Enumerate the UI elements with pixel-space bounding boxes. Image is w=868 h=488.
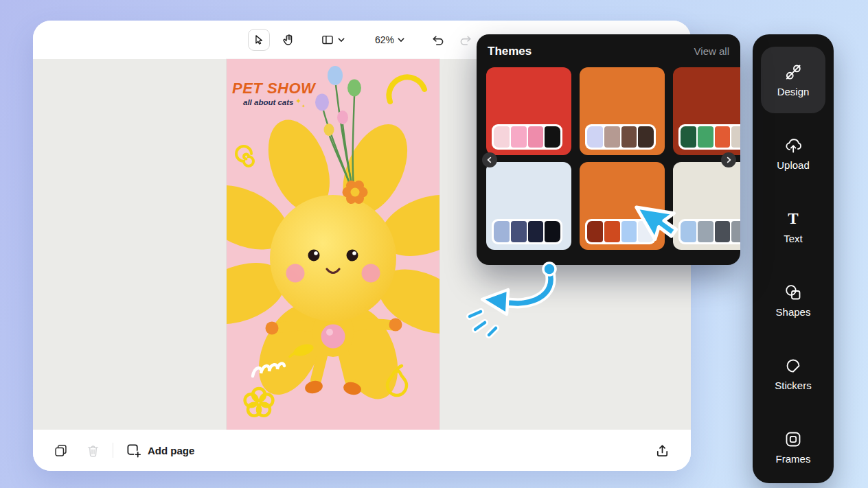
theme-palette (678, 219, 740, 244)
palette-swatch (698, 126, 713, 148)
palette-swatch (621, 126, 637, 148)
sidebar-item-label: Shapes (776, 306, 811, 318)
palette-swatch (715, 126, 731, 148)
sparkle-icon: ✦ (295, 97, 301, 105)
palette-swatch (545, 126, 560, 148)
chevron-down-icon (398, 38, 404, 43)
sidebar-item-stickers[interactable]: Stickers (761, 340, 825, 407)
palette-swatch (681, 126, 696, 148)
export-button[interactable] (654, 443, 670, 458)
upload-icon (784, 137, 802, 154)
export-icon (654, 443, 670, 458)
trash-icon (86, 443, 100, 458)
poster-title: PET SHOW (232, 80, 317, 97)
theme-palette (678, 124, 740, 150)
themes-prev-button[interactable] (482, 152, 497, 167)
select-cursor-icon (253, 34, 265, 46)
sidebar-item-shapes[interactable]: Shapes (761, 267, 825, 334)
text-icon: T (784, 210, 802, 228)
palette-swatch (545, 221, 560, 242)
sidebar-item-label: Text (784, 233, 803, 244)
palette-swatch (621, 221, 637, 242)
sparkle-icon: ✦ (301, 104, 306, 108)
palette-swatch (494, 126, 510, 148)
redo-button[interactable] (456, 29, 476, 51)
chevron-right-icon (724, 156, 733, 164)
design-icon (784, 63, 802, 81)
add-page-label: Add page (148, 445, 194, 456)
poster-illustration: PET SHOW all about cats ✦ ✦ (227, 59, 439, 430)
poster-subtitle: all about cats (243, 98, 294, 106)
palette-swatch (731, 221, 740, 242)
hand-icon (281, 33, 295, 47)
theme-palette (585, 124, 656, 150)
sidebar-item-design[interactable]: Design (761, 47, 825, 113)
palette-swatch (698, 221, 713, 242)
theme-card[interactable] (673, 162, 740, 250)
themes-title: Themes (488, 45, 532, 58)
zoom-dropdown[interactable]: 62% (372, 29, 407, 51)
sidebar-item-label: Stickers (775, 380, 811, 391)
themes-grid (486, 67, 740, 250)
theme-card[interactable] (580, 162, 665, 250)
theme-palette (492, 124, 562, 150)
palette-swatch (587, 221, 603, 242)
delete-page-button[interactable] (86, 443, 100, 458)
poster-design[interactable]: PET SHOW all about cats ✦ ✦ (227, 59, 439, 430)
themes-header: Themes View all (477, 34, 740, 58)
frames-icon (784, 430, 802, 448)
palette-swatch (681, 221, 696, 242)
theme-palette (585, 219, 656, 244)
sidebar-item-text[interactable]: T Text (761, 194, 825, 260)
chevron-down-icon (338, 38, 345, 43)
palette-swatch (528, 221, 544, 242)
palette-swatch (511, 126, 527, 148)
palette-swatch (494, 221, 510, 242)
duplicate-page-icon (54, 443, 68, 458)
theme-card[interactable] (580, 67, 665, 155)
select-tool-button[interactable] (248, 29, 270, 51)
stickers-icon (784, 357, 802, 375)
palette-swatch (604, 126, 620, 148)
page-controls-bar: Add page (33, 430, 691, 471)
sidebar-item-label: Frames (776, 453, 811, 465)
theme-card[interactable] (486, 162, 571, 250)
theme-card[interactable] (673, 67, 740, 155)
shapes-icon (784, 283, 802, 301)
sun-face (270, 195, 396, 321)
sidebar-item-label: Design (777, 86, 810, 97)
sidebar-item-upload[interactable]: Upload (761, 120, 825, 187)
layout-tool-button[interactable] (318, 29, 347, 51)
themes-next-button[interactable] (721, 152, 736, 167)
theme-palette (492, 219, 562, 244)
layout-icon (321, 33, 334, 47)
redo-icon (459, 33, 473, 47)
chevron-left-icon (486, 156, 494, 164)
palette-swatch (715, 221, 731, 242)
themes-panel: Themes View all (477, 34, 740, 265)
svg-text:T: T (788, 210, 798, 227)
zoom-value: 62% (375, 34, 394, 45)
theme-card[interactable] (486, 67, 571, 155)
palette-swatch (731, 126, 740, 148)
undo-icon (431, 33, 445, 47)
tools-sidebar: Design Upload T Text Shapes (753, 34, 834, 483)
palette-swatch (604, 221, 620, 242)
sidebar-item-frames[interactable]: Frames (761, 414, 825, 480)
divider (113, 443, 113, 458)
sidebar-item-label: Upload (777, 159, 810, 171)
palette-swatch (528, 126, 544, 148)
palette-swatch (638, 126, 654, 148)
themes-view-all-link[interactable]: View all (694, 45, 729, 57)
add-page-icon (126, 443, 141, 458)
add-page-button[interactable]: Add page (126, 443, 194, 458)
palette-swatch (511, 221, 527, 242)
hand-tool-button[interactable] (278, 29, 297, 51)
palette-swatch (638, 221, 654, 242)
undo-button[interactable] (428, 29, 448, 51)
palette-swatch (587, 126, 603, 148)
duplicate-page-button[interactable] (54, 443, 68, 458)
